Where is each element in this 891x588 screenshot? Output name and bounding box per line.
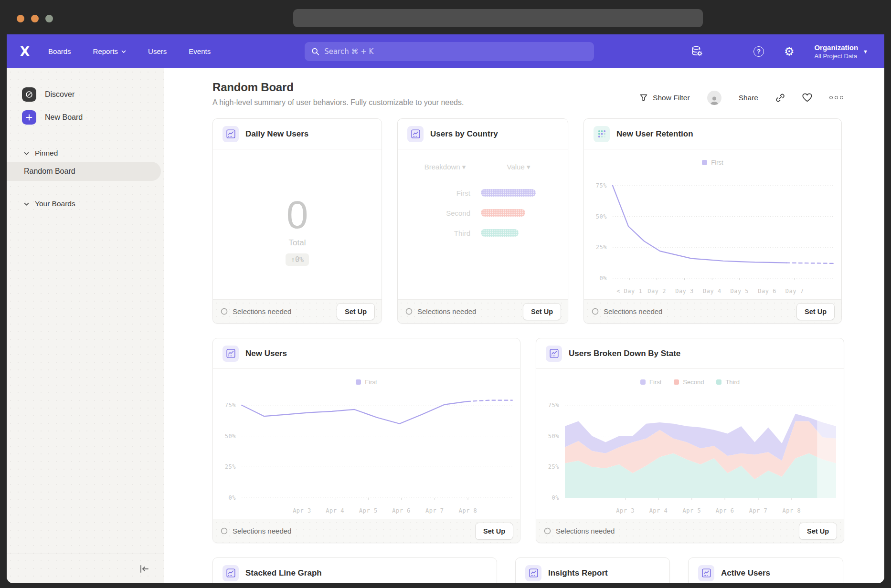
svg-text:50%: 50% bbox=[225, 433, 236, 440]
line-chart-icon bbox=[698, 565, 714, 581]
svg-text:Day 5: Day 5 bbox=[730, 288, 749, 294]
legend-item[interactable]: First bbox=[356, 378, 377, 386]
settings-gear-icon[interactable]: ⚙ bbox=[784, 46, 795, 57]
page-description: A high-level summary of user behaviors. … bbox=[212, 98, 464, 107]
legend-swatch bbox=[356, 379, 361, 385]
chart-legend: First bbox=[213, 369, 520, 389]
status-circle-icon bbox=[221, 308, 228, 315]
svg-text:Apr 7: Apr 7 bbox=[749, 507, 768, 514]
window-zoom-button[interactable] bbox=[45, 15, 53, 22]
line-chart-icon bbox=[407, 126, 424, 142]
value-select[interactable]: Value ▾ bbox=[481, 163, 556, 171]
org-switcher[interactable]: Organization All Project Data ▼ bbox=[814, 43, 868, 60]
svg-text:Apr 6: Apr 6 bbox=[716, 507, 734, 514]
set-up-button[interactable]: Set Up bbox=[523, 303, 561, 320]
window-minimize-button[interactable] bbox=[31, 15, 39, 22]
copy-link-icon[interactable] bbox=[775, 93, 785, 103]
favorite-heart-icon[interactable] bbox=[802, 93, 812, 102]
search-input[interactable] bbox=[324, 47, 587, 56]
nav-item-events[interactable]: Events bbox=[189, 47, 211, 55]
sidebar-item-random-board[interactable]: Random Board bbox=[7, 162, 161, 181]
country-row-label: First bbox=[409, 189, 481, 197]
set-up-button[interactable]: Set Up bbox=[799, 523, 837, 540]
country-bar-row: First bbox=[409, 183, 556, 203]
sidebar-item-new-board[interactable]: New Board bbox=[7, 107, 164, 127]
set-up-button[interactable]: Set Up bbox=[796, 303, 835, 320]
card-stacked-line-graph: Stacked Line Graph bbox=[212, 557, 497, 583]
status-text: Selections needed bbox=[233, 307, 291, 315]
legend-label: First bbox=[649, 378, 661, 386]
svg-text:Day 4: Day 4 bbox=[703, 288, 721, 294]
window-titlebar bbox=[0, 0, 891, 34]
legend-item[interactable]: Second bbox=[674, 378, 704, 386]
country-row-bar bbox=[481, 229, 519, 237]
users_by_state-svg: 75%50%25%0%Apr 3Apr 4Apr 5Apr 6Apr 7Apr … bbox=[536, 389, 844, 519]
nav-item-label: Events bbox=[189, 47, 211, 55]
window-close-button[interactable] bbox=[17, 15, 24, 22]
chart-legend: First bbox=[584, 149, 841, 169]
card-title: New User Retention bbox=[616, 129, 693, 139]
nav-item-boards[interactable]: Boards bbox=[48, 47, 71, 55]
value-label: Value bbox=[507, 163, 525, 171]
chart-legend: FirstSecondThird bbox=[536, 369, 844, 389]
top-navbar: X Boards Reports Users Events bbox=[7, 34, 884, 68]
breakdown-select[interactable]: Breakdown ▾ bbox=[409, 163, 481, 171]
legend-swatch bbox=[640, 379, 646, 385]
section-label: Your Boards bbox=[35, 200, 75, 208]
apps-grid-icon[interactable] bbox=[723, 46, 733, 56]
share-button[interactable]: Share bbox=[739, 94, 758, 102]
nav-item-users[interactable]: Users bbox=[148, 47, 167, 55]
set-up-button[interactable]: Set Up bbox=[337, 303, 375, 320]
line-chart-icon bbox=[546, 346, 562, 362]
nav-item-label: Reports bbox=[93, 47, 118, 55]
svg-text:25%: 25% bbox=[225, 463, 236, 470]
nav-item-label: Boards bbox=[48, 47, 71, 55]
sidebar-section-your-boards[interactable]: Your Boards bbox=[7, 195, 164, 212]
card-title: Active Users bbox=[721, 568, 770, 578]
line-chart-icon bbox=[223, 126, 239, 142]
plus-icon bbox=[22, 110, 36, 125]
global-search[interactable] bbox=[305, 42, 594, 61]
discover-compass-icon bbox=[22, 87, 36, 102]
line-chart-icon bbox=[525, 565, 541, 581]
help-icon[interactable]: ? bbox=[753, 46, 764, 57]
data-management-icon[interactable] bbox=[691, 45, 703, 58]
filter-funnel-icon bbox=[639, 94, 648, 102]
legend-label: Third bbox=[725, 378, 740, 386]
svg-text:75%: 75% bbox=[548, 402, 559, 409]
svg-text:0%: 0% bbox=[229, 494, 236, 501]
card-users-by-state: Users Broken Down By State FirstSecondTh… bbox=[536, 338, 844, 543]
legend-item[interactable]: First bbox=[640, 378, 661, 386]
show-filter-label: Show Filter bbox=[653, 94, 690, 102]
more-options-icon[interactable] bbox=[829, 96, 843, 99]
set-up-button[interactable]: Set Up bbox=[475, 523, 513, 540]
svg-text:Day 2: Day 2 bbox=[647, 288, 666, 294]
card-active-users: Active Users bbox=[688, 557, 843, 583]
collapse-sidebar-icon[interactable] bbox=[139, 565, 149, 573]
section-label: Pinned bbox=[35, 149, 58, 158]
show-filter-button[interactable]: Show Filter bbox=[639, 94, 690, 102]
country-bar-row: Third bbox=[409, 223, 556, 243]
mixpanel-logo-icon[interactable]: X bbox=[20, 44, 29, 59]
metric-label: Total bbox=[289, 238, 306, 248]
retention-chart: 75%50%25%0%< Day 1Day 2Day 3Day 4Day 5Da… bbox=[584, 169, 841, 299]
legend-swatch bbox=[674, 379, 679, 385]
country-bar-row: Second bbox=[409, 203, 556, 223]
share-label: Share bbox=[739, 94, 758, 102]
line-chart-icon bbox=[223, 346, 239, 362]
metric-delta-badge: ↑0% bbox=[286, 253, 309, 266]
status-circle-icon bbox=[221, 527, 228, 535]
sidebar-item-discover[interactable]: Discover bbox=[7, 84, 164, 105]
legend-item[interactable]: Third bbox=[716, 378, 740, 386]
card-daily-new-users: Daily New Users 0 Total ↑0% Selections n… bbox=[212, 118, 382, 324]
sidebar-section-pinned[interactable]: Pinned bbox=[7, 145, 164, 162]
sidebar-item-label: Random Board bbox=[24, 167, 75, 176]
board-toolbar: Show Filter Share bbox=[639, 88, 843, 107]
org-name: Organization bbox=[814, 43, 858, 52]
address-bar[interactable] bbox=[293, 9, 703, 27]
svg-text:Day 7: Day 7 bbox=[785, 288, 804, 294]
status-circle-icon bbox=[592, 308, 599, 315]
nav-item-reports[interactable]: Reports bbox=[93, 47, 127, 55]
avatar[interactable] bbox=[707, 91, 721, 105]
legend-item[interactable]: First bbox=[702, 159, 723, 166]
